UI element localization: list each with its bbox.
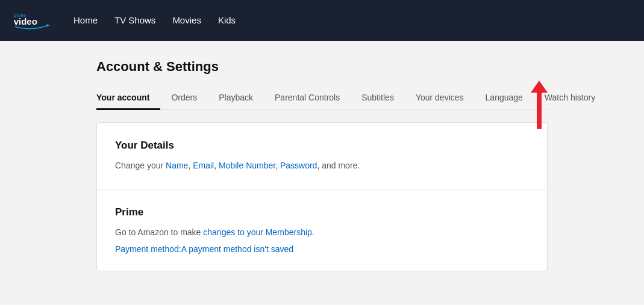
nav-movies[interactable]: Movies xyxy=(172,15,201,25)
link-membership[interactable]: changes to your Membership. xyxy=(203,227,314,237)
main-panel: Your Details Change your Name, Email, Mo… xyxy=(96,122,548,271)
link-payment-method[interactable]: Payment method:A payment method isn't sa… xyxy=(115,244,293,254)
prime-section: Prime Go to Amazon to make changes to yo… xyxy=(97,189,547,270)
page-title: Account & Settings xyxy=(96,59,548,75)
header: prime video Home TV Shows Movies Kids xyxy=(0,0,644,41)
your-details-body: Change your Name, Email, Mobile Number, … xyxy=(115,159,529,172)
prime-title: Prime xyxy=(115,206,529,218)
link-mobile-number[interactable]: Mobile Number xyxy=(219,161,275,170)
prime-body: Go to Amazon to make changes to your Mem… xyxy=(115,226,529,239)
page-content: Account & Settings Your account Orders P… xyxy=(0,41,644,289)
your-details-title: Your Details xyxy=(115,140,529,152)
tab-your-account[interactable]: Your account xyxy=(96,87,160,110)
svg-text:video: video xyxy=(14,16,37,26)
your-details-section: Your Details Change your Name, Email, Mo… xyxy=(97,123,547,189)
nav-kids[interactable]: Kids xyxy=(218,15,236,25)
main-nav: Home TV Shows Movies Kids xyxy=(73,15,236,26)
link-password[interactable]: Password xyxy=(280,161,317,170)
nav-tv-shows[interactable]: TV Shows xyxy=(114,15,155,25)
payment-method: Payment method:A payment method isn't sa… xyxy=(115,244,529,254)
tabs-bar: Your account Orders Playback Parental Co… xyxy=(96,87,548,110)
annotation-arrow xyxy=(531,81,548,129)
tab-subtitles[interactable]: Subtitles xyxy=(351,87,405,110)
tab-your-devices[interactable]: Your devices xyxy=(405,87,475,110)
link-name[interactable]: Name xyxy=(166,161,188,170)
arrow-shaft xyxy=(537,93,542,129)
payment-method-text: A payment method isn't saved xyxy=(181,244,293,254)
nav-home[interactable]: Home xyxy=(73,15,98,25)
tab-orders[interactable]: Orders xyxy=(160,87,208,110)
arrow-head xyxy=(531,81,548,93)
tab-playback[interactable]: Playback xyxy=(208,87,264,110)
prime-video-logo[interactable]: prime video xyxy=(12,11,55,29)
tab-language[interactable]: Language xyxy=(475,87,534,110)
link-email[interactable]: Email xyxy=(193,161,214,170)
tab-parental-controls[interactable]: Parental Controls xyxy=(264,87,351,110)
tabs-wrapper: Your account Orders Playback Parental Co… xyxy=(96,87,548,110)
svg-marker-2 xyxy=(46,24,50,27)
